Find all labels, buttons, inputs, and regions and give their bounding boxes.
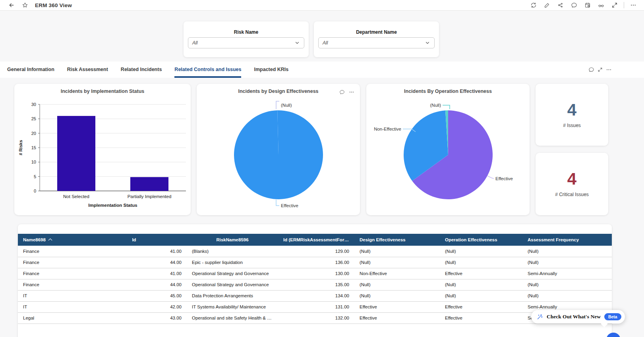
table-cell: (Null): [440, 279, 522, 290]
tab-general-information[interactable]: General Information: [7, 62, 54, 78]
table-cell: (Null): [354, 290, 440, 301]
section-comment-button[interactable]: [587, 65, 596, 74]
table-cell: 129.00: [278, 246, 354, 257]
y-axis-title: # Risks: [18, 140, 23, 156]
table-row[interactable]: Legal43.00Operational and site Safety He…: [18, 312, 612, 324]
table-cell: (Null): [522, 257, 612, 268]
department-name-select[interactable]: All: [318, 37, 435, 48]
table-cell: (Null): [522, 290, 612, 301]
y-tick-label: 30: [31, 102, 36, 107]
table-cell: Effective: [354, 301, 440, 312]
critical-issues-kpi-card: 4 # Critical Issues: [536, 153, 608, 215]
column-header-design-effectiveness[interactable]: Design Effectiveness: [354, 234, 440, 246]
glasses-icon: [598, 2, 604, 8]
department-name-select-value: All: [323, 40, 328, 46]
tab-related-controls-and-issues[interactable]: Related Controls and Issues: [174, 62, 241, 78]
beta-badge: Beta: [604, 313, 621, 320]
table-row[interactable]: IT45.00Data Protection Arrangements134.0…: [18, 290, 612, 301]
schedule-button[interactable]: [581, 0, 594, 10]
section-expand-button[interactable]: [596, 65, 604, 74]
critical-issues-kpi-label: # Critical Issues: [536, 192, 608, 197]
table-cell: (Null): [522, 246, 612, 257]
null-callout-line: [276, 101, 279, 109]
chevron-down-icon: [425, 40, 430, 46]
table-cell: (Null): [354, 246, 440, 257]
operation-effectiveness-pie-card: Incidents By Operation Effectiveness (Nu…: [366, 84, 530, 215]
table-cell: IT: [18, 301, 81, 312]
whats-new-label: Check Out What's New: [547, 314, 601, 320]
refresh-button[interactable]: [527, 0, 540, 10]
expand-icon: [611, 2, 618, 8]
table-cell: (Null): [440, 257, 522, 268]
y-tick-label: 25: [31, 116, 36, 121]
table-header: Name8698IdRiskName8596Id (ERMRiskAssessm…: [18, 234, 612, 246]
table-row[interactable]: IT42.00IT Systems Availability/ Maintena…: [18, 301, 612, 312]
favorite-button[interactable]: [18, 0, 32, 10]
table-cell: Finance: [18, 257, 81, 268]
column-header-id-ermriskassessmentform177-[interactable]: Id (ERMRiskAssessmentForm177...: [278, 234, 354, 246]
table-cell: 132.00: [278, 312, 354, 324]
more-options-button[interactable]: [627, 0, 640, 10]
null-callout-label: (Null): [281, 103, 292, 108]
y-tick-label: 15: [31, 145, 36, 150]
table-cell: Legal: [18, 312, 81, 324]
tab-related-incidents[interactable]: Related Incidents: [121, 62, 162, 78]
table-cell: Effective: [440, 268, 522, 279]
comment-icon: [588, 67, 594, 73]
table-cell: Operational Strategy and Governance: [187, 279, 278, 290]
table-row[interactable]: Finance41.00Operational Strategy and Gov…: [18, 268, 612, 279]
table-cell: 42.00: [81, 301, 187, 312]
x-category-label: Partially Implemented: [128, 194, 172, 199]
column-header-assessment-frequency[interactable]: Assessment Frequency: [522, 234, 612, 246]
star-icon: [22, 2, 28, 8]
back-button[interactable]: [5, 0, 18, 10]
table-cell: 134.00: [278, 290, 354, 301]
table-cell: 41.00: [81, 246, 187, 257]
whats-new-popup[interactable]: Check Out What's New Beta: [531, 310, 625, 324]
column-header-id[interactable]: Id: [81, 234, 187, 246]
table-cell: Finance: [18, 268, 81, 279]
fullscreen-button[interactable]: [608, 0, 621, 10]
share-icon: [557, 2, 564, 8]
table-cell: 43.00: [81, 312, 187, 324]
table-cell: Operational and site Safety Health & En.…: [187, 312, 278, 324]
table-cell: Finance: [18, 279, 81, 290]
view-button[interactable]: [594, 0, 608, 10]
column-header-riskname8596[interactable]: RiskName8596: [187, 234, 278, 246]
controls-table-card: Name8698IdRiskName8596Id (ERMRiskAssessm…: [18, 224, 612, 337]
section-more-button[interactable]: [604, 65, 613, 74]
null-callout-label: (Null): [430, 103, 441, 108]
table-cell: Effective: [440, 312, 522, 324]
tab-impacted-kris[interactable]: Impacted KRIs: [254, 62, 288, 78]
sort-ascending-icon: [48, 238, 52, 241]
table-cell: IT Systems Availability/ Maintenance: [187, 301, 278, 312]
table-cell: Data Protection Arrangements: [187, 290, 278, 301]
table-cell: Effective: [354, 312, 440, 324]
risk-name-filter-card: Risk Name All: [184, 21, 309, 57]
topbar-divider: [624, 2, 624, 8]
risk-name-select[interactable]: All: [188, 37, 304, 48]
comment-icon: [571, 2, 577, 8]
effective-callout-label: Effective: [281, 203, 298, 208]
department-name-filter-label: Department Name: [314, 29, 439, 35]
edit-button[interactable]: [540, 0, 554, 10]
table-cell: (Null): [354, 257, 440, 268]
table-row[interactable]: Finance44.00Epic - supplier liquidation1…: [18, 257, 612, 268]
table-row[interactable]: Finance44.00Operational Strategy and Gov…: [18, 279, 612, 290]
column-header-operation-effectiveness[interactable]: Operation Effectiveness: [440, 234, 522, 246]
issues-kpi-card: 4 # Issues: [536, 84, 608, 146]
bar-partially-implemented[interactable]: [130, 177, 168, 191]
comment-button[interactable]: [567, 0, 581, 10]
table-cell: 135.00: [278, 279, 354, 290]
pie-slices: [404, 110, 493, 199]
back-arrow-icon: [8, 2, 15, 8]
critical-issues-kpi-value: 4: [536, 169, 608, 189]
tab-list: General InformationRisk AssessmentRelate…: [7, 62, 301, 78]
bar-chart: 051015202530Not SelectedPartially Implem…: [14, 84, 191, 215]
bar-not-selected[interactable]: [57, 116, 95, 191]
table-row[interactable]: Finance41.00(Blanks)129.00(Null)(Null)(N…: [18, 246, 612, 257]
tab-risk-assessment[interactable]: Risk Assessment: [67, 62, 108, 78]
table-cell: 131.00: [278, 301, 354, 312]
share-button[interactable]: [554, 0, 567, 10]
column-header-name8698[interactable]: Name8698: [18, 234, 81, 246]
